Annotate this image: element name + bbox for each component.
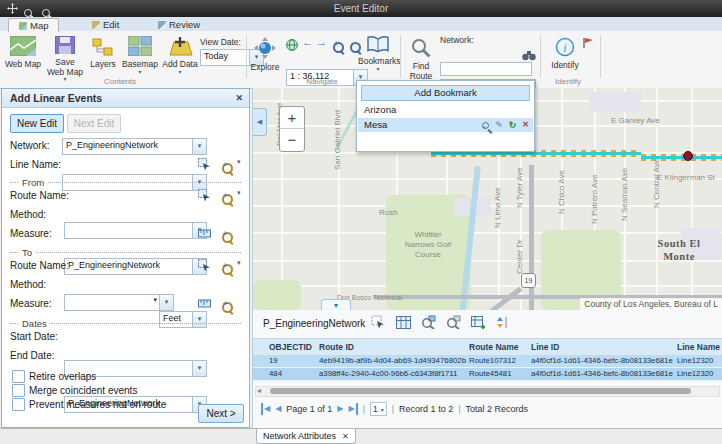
route-point-marker[interactable] bbox=[683, 151, 693, 161]
network-select[interactable]: P_EngineeringNetwork bbox=[62, 138, 207, 155]
layers-button[interactable]: Layers bbox=[88, 38, 118, 70]
street-label: Rush bbox=[379, 208, 398, 217]
map-zoom-in-button[interactable]: + bbox=[280, 107, 304, 129]
line-name-label: Line Name: bbox=[10, 159, 61, 170]
street-label: N Tyler Ave bbox=[515, 167, 524, 208]
prevent-measures-checkbox[interactable] bbox=[12, 398, 25, 411]
bookmark-edit-icon[interactable]: ✎ bbox=[495, 118, 503, 132]
pan-icon[interactable] bbox=[6, 3, 18, 15]
green-area bbox=[253, 280, 301, 310]
to-zoom-route-icon[interactable]: + bbox=[222, 260, 233, 278]
new-edit-button[interactable]: New Edit bbox=[10, 114, 64, 133]
add-data-button[interactable]: Add Data ▾ bbox=[162, 36, 198, 75]
previous-extent-icon[interactable]: ← bbox=[302, 36, 313, 48]
bookmark-item-mesa[interactable]: Mesa + ✎ ↻ ✕ bbox=[358, 118, 533, 132]
table-row[interactable]: 484 a398ff4c-2940-4c00-96b6-c6343f8f1711… bbox=[253, 368, 722, 381]
retire-overlaps-checkbox[interactable] bbox=[12, 370, 25, 383]
from-select-route-icon[interactable] bbox=[198, 188, 211, 206]
column-header[interactable]: OBJECTID bbox=[269, 339, 317, 355]
edit-tab-icon bbox=[92, 21, 100, 29]
explore-icon bbox=[250, 37, 280, 62]
table-header-row: OBJECTID Route ID Route Name Line ID Lin… bbox=[253, 338, 722, 356]
golf-course-label: Whittier Narrows Golf Course bbox=[399, 230, 457, 260]
next-page-icon[interactable]: ▶ bbox=[337, 403, 343, 415]
save-web-map-button[interactable]: Save Web Map ▾ bbox=[46, 36, 84, 82]
merge-coincident-checkbox[interactable] bbox=[12, 384, 25, 397]
from-route-name-select[interactable] bbox=[64, 222, 207, 239]
find-route-value-input[interactable] bbox=[440, 62, 532, 76]
from-measure-input[interactable] bbox=[64, 294, 174, 311]
next-extent-icon[interactable]: → bbox=[316, 36, 327, 48]
street-label: E Garvey Ave bbox=[611, 116, 660, 125]
column-header[interactable]: Line ID bbox=[531, 339, 675, 355]
to-select-route-icon[interactable] bbox=[198, 258, 211, 276]
horizontal-scrollbar[interactable]: ◂ bbox=[255, 386, 720, 397]
select-line-on-map-icon[interactable] bbox=[198, 157, 211, 175]
street bbox=[253, 285, 722, 287]
from-measure-zoom-icon[interactable]: + bbox=[222, 228, 233, 246]
select-records-icon[interactable] bbox=[371, 315, 386, 330]
map-zoom-out-button[interactable]: − bbox=[280, 129, 304, 150]
to-zoom-dropdown-arrow[interactable]: ▾ bbox=[237, 259, 241, 267]
column-header[interactable]: Route ID bbox=[319, 339, 467, 355]
bookmark-item-arizona[interactable]: Arizona bbox=[358, 103, 533, 117]
from-zoom-dropdown-arrow[interactable]: ▾ bbox=[237, 189, 241, 197]
close-tab-icon[interactable]: ✕ bbox=[342, 430, 349, 443]
close-icon[interactable]: ✕ bbox=[235, 89, 243, 107]
to-measure-zoom-icon[interactable]: + bbox=[222, 298, 233, 316]
collapse-panel-tab[interactable]: ◀ bbox=[253, 108, 267, 136]
pagination-bar: ◀ ◀ Page 1 of 1 ▶ ▶ | 1▾ | Record 1 to 2… bbox=[261, 402, 528, 416]
last-page-icon[interactable]: ▶ bbox=[349, 403, 358, 415]
basemap-button[interactable]: Basemap ▾ bbox=[120, 36, 160, 75]
zoom-to-line-icon[interactable]: + bbox=[222, 159, 233, 177]
show-table-icon[interactable] bbox=[396, 315, 411, 330]
tab-map[interactable]: Map bbox=[8, 18, 59, 32]
identify-button[interactable]: i Identify bbox=[548, 37, 582, 71]
bookmarks-button[interactable]: Bookmarks ▾ bbox=[358, 36, 398, 72]
sort-icon[interactable] bbox=[496, 315, 511, 330]
network-label: Network: bbox=[10, 140, 49, 151]
from-method-label: Method: bbox=[10, 209, 46, 220]
scrollbar-thumb[interactable] bbox=[270, 388, 691, 394]
from-zoom-route-icon[interactable]: + bbox=[222, 190, 233, 208]
map-zoom-control: + − bbox=[279, 106, 305, 152]
identify-group-label: Identify bbox=[540, 77, 596, 86]
street-label: N Lima Ave bbox=[493, 187, 502, 228]
collapse-table-tab[interactable]: ▼ bbox=[321, 299, 351, 310]
selected-records-icon[interactable] bbox=[471, 315, 486, 330]
table-row[interactable]: 19 4eb9419b-af9b-4d04-ab69-1d493476802b … bbox=[253, 355, 722, 368]
bookmark-zoom-icon[interactable]: + bbox=[482, 118, 489, 132]
next-edit-button[interactable]: Next Edit bbox=[67, 114, 121, 133]
first-page-icon[interactable]: ◀ bbox=[261, 403, 270, 415]
panel-title: Add Linear Events bbox=[10, 92, 102, 104]
find-route-button[interactable]: Find Route bbox=[406, 38, 436, 81]
page-select[interactable]: 1▾ bbox=[370, 402, 387, 416]
bookmark-refresh-icon[interactable]: ↻ bbox=[509, 118, 517, 132]
ribbon-zoom-in-icon[interactable]: + bbox=[333, 38, 344, 56]
zoom-to-selection-icon[interactable] bbox=[421, 315, 436, 330]
previous-page-icon[interactable]: ◀ bbox=[275, 403, 281, 415]
scroll-left-icon[interactable]: ◂ bbox=[257, 386, 261, 395]
ribbon-divider bbox=[540, 35, 541, 78]
column-header[interactable]: Line Name bbox=[677, 339, 721, 355]
to-measure-tool-icon[interactable] bbox=[198, 296, 211, 314]
bottom-tab-bar: Network Attributes ✕ bbox=[0, 428, 722, 444]
zoom-line-dropdown-arrow[interactable]: ▾ bbox=[237, 158, 241, 166]
bookmark-delete-icon[interactable]: ✕ bbox=[522, 118, 529, 132]
map-tab-icon bbox=[19, 22, 27, 30]
prevent-measures-label: Prevent measures not on route bbox=[29, 399, 166, 410]
flag-icon[interactable] bbox=[582, 35, 594, 53]
next-button[interactable]: Next > bbox=[198, 404, 244, 423]
add-bookmark-button[interactable]: Add Bookmark bbox=[361, 85, 530, 101]
pan-to-selection-icon[interactable] bbox=[446, 315, 461, 330]
web-map-button[interactable]: Web Map bbox=[4, 36, 42, 70]
tab-review[interactable]: Review bbox=[148, 18, 210, 31]
tab-edit[interactable]: Edit bbox=[82, 18, 129, 31]
from-measure-tool-icon[interactable] bbox=[198, 226, 211, 244]
urban-block bbox=[589, 92, 641, 112]
globe-icon[interactable] bbox=[286, 37, 298, 55]
tab-network-attributes[interactable]: Network Attributes ✕ bbox=[256, 429, 356, 444]
column-header[interactable]: Route Name bbox=[469, 339, 529, 355]
explore-button[interactable]: Explore bbox=[250, 37, 280, 73]
from-method-select[interactable]: P_EngineeringNetwork bbox=[64, 258, 207, 275]
